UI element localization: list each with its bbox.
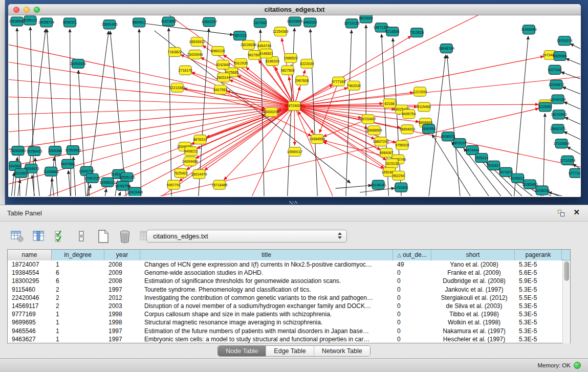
splitter-grip[interactable] xyxy=(289,201,297,204)
citation-edge-black[interactable] xyxy=(571,43,580,51)
float-panel-icon[interactable] xyxy=(558,210,565,217)
graph-node[interactable]: 18724007 xyxy=(287,101,302,111)
citation-edge-black[interactable] xyxy=(561,72,580,81)
citation-edge-black[interactable] xyxy=(137,23,233,35)
graph-node[interactable]: 15692371 xyxy=(550,124,566,134)
graph-node[interactable]: 15718485 xyxy=(211,180,227,189)
graph-node[interactable]: 16648784 xyxy=(439,44,454,53)
graph-node[interactable]: 9115460 xyxy=(417,102,431,112)
graph-node[interactable]: 16654923 xyxy=(399,125,415,134)
graph-node[interactable]: 7163822 xyxy=(168,48,182,57)
graph-node[interactable]: 9498222 xyxy=(184,147,198,156)
column-header-name[interactable]: name xyxy=(8,250,52,260)
graph-node[interactable]: 8466160 xyxy=(303,18,317,27)
graph-node[interactable]: 1640954 xyxy=(422,124,435,134)
graph-node[interactable]: 11036254 xyxy=(534,186,550,195)
graph-node[interactable]: 9984067 xyxy=(379,148,393,158)
graph-node[interactable]: 8056321 xyxy=(63,18,77,27)
graph-node[interactable]: 8222035 xyxy=(300,59,314,69)
graph-node[interactable]: 7462034 xyxy=(347,81,361,90)
graph-node[interactable]: 20691406 xyxy=(102,20,118,29)
window-minimize-button[interactable] xyxy=(24,7,30,13)
graph-node[interactable]: 1221593 xyxy=(413,87,427,96)
graph-node[interactable]: 15720407 xyxy=(360,115,376,124)
graph-node[interactable]: 15751074 xyxy=(557,36,573,46)
window-zoom-button[interactable] xyxy=(34,7,40,13)
graph-node[interactable]: 1588520 xyxy=(284,54,298,63)
table-row[interactable]: 1456911722003Disruption of a novel membe… xyxy=(8,302,570,310)
tab-network-table[interactable]: Network Table xyxy=(314,346,370,356)
window-titlebar[interactable]: citations_edges.txt xyxy=(8,4,581,15)
graph-node[interactable]: 82168 xyxy=(383,99,396,108)
graph-node[interactable]: 25260650 xyxy=(10,146,26,156)
citation-edge-black[interactable] xyxy=(139,29,141,196)
graph-node[interactable]: 8960128 xyxy=(211,47,225,56)
table-row[interactable]: 1830029562008Estimation of significance … xyxy=(8,277,570,285)
graph-node[interactable]: 8912935 xyxy=(234,59,248,68)
graph-node[interactable]: 10536542 xyxy=(9,17,25,26)
table-selector-dropdown[interactable]: citations_edges.txt xyxy=(146,230,347,243)
graph-node[interactable]: 10719155 xyxy=(344,19,360,28)
citation-edge-black[interactable] xyxy=(566,58,580,66)
graph-node[interactable]: 8471670 xyxy=(499,167,513,177)
graph-node[interactable]: 9827508 xyxy=(281,65,295,75)
graph-node[interactable]: 6879197 xyxy=(453,139,467,148)
graph-node[interactable]: 1733426 xyxy=(394,183,408,192)
graph-node[interactable]: 7857223 xyxy=(233,31,247,40)
graph-node[interactable]: 9227342 xyxy=(548,65,562,74)
table-row[interactable]: 946554611997Estimation of the future num… xyxy=(8,327,570,335)
citation-edge-black[interactable] xyxy=(562,87,580,96)
graph-node[interactable]: 8938923 xyxy=(441,132,455,141)
graph-node[interactable]: 2065366 xyxy=(48,146,62,156)
graph-node[interactable]: 12444154 xyxy=(550,95,566,104)
scrollbar-thumb[interactable] xyxy=(564,261,569,281)
graph-node[interactable]: 9864517 xyxy=(132,18,146,27)
citation-edge-black[interactable] xyxy=(447,55,461,196)
graph-node[interactable]: 19384554 xyxy=(309,135,325,144)
table-row[interactable]: 2242004622012Investigating the contribut… xyxy=(8,294,570,302)
network-canvas[interactable]: 1872400712254369282260589827505818632898… xyxy=(9,15,580,196)
graph-node[interactable]: 10285463 xyxy=(522,180,538,189)
graph-node[interactable]: 7515526 xyxy=(410,28,424,37)
graph-node[interactable]: 17353993 xyxy=(65,146,81,155)
graph-node[interactable]: 24055724 xyxy=(38,18,54,27)
graph-node[interactable]: 16914479 xyxy=(191,169,207,179)
graph-node[interactable]: 8427552 xyxy=(213,85,227,94)
citation-edge-black[interactable] xyxy=(543,114,545,196)
graph-node[interactable]: 11156883 xyxy=(43,167,59,176)
citation-edge-black[interactable] xyxy=(104,189,106,196)
column-header-in_degree[interactable]: in_degree xyxy=(52,250,104,260)
graph-node[interactable]: 6777108 xyxy=(569,168,580,178)
graph-node[interactable]: 9457791 xyxy=(167,180,181,189)
graph-node[interactable]: 2935114 xyxy=(475,153,489,162)
graph-node[interactable]: 3215953 xyxy=(538,102,552,112)
column-header-year[interactable]: year xyxy=(104,250,140,260)
graph-node[interactable]: 9756928 xyxy=(395,141,409,150)
graph-node[interactable]: 23420046 xyxy=(187,50,203,59)
graph-node[interactable]: 10688609 xyxy=(366,126,382,135)
graph-node[interactable]: 17957225 xyxy=(84,173,100,183)
graph-node[interactable]: 20053346 xyxy=(70,59,86,69)
table-row[interactable]: 946362711997Embryonic stem cells: a mode… xyxy=(8,335,570,343)
graph-node[interactable]: 12093872 xyxy=(549,80,564,89)
graph-node[interactable]: 16033809 xyxy=(287,17,303,26)
graph-node[interactable]: 9777169 xyxy=(332,77,345,86)
graph-node[interactable]: 9329966 xyxy=(553,52,567,61)
graph-node[interactable]: 18807243 xyxy=(373,137,389,146)
graph-node[interactable]: 9155123 xyxy=(23,16,37,25)
graph-node[interactable]: 16210643 xyxy=(551,110,567,119)
citation-edge-red[interactable] xyxy=(294,36,411,106)
graph-node[interactable]: 12505135 xyxy=(119,172,135,182)
graph-node[interactable]: 9495754 xyxy=(402,110,416,119)
citation-edge-black[interactable] xyxy=(11,172,14,196)
graph-node[interactable]: 10923446 xyxy=(127,187,143,196)
graph-node[interactable]: 11023654 xyxy=(161,17,177,26)
graph-node[interactable]: 9245012 xyxy=(511,173,525,183)
citation-edge-black[interactable] xyxy=(50,157,55,196)
citation-edge-red[interactable] xyxy=(9,106,294,115)
table-settings-icon[interactable] xyxy=(10,229,25,244)
graph-node[interactable]: 12254369 xyxy=(273,27,289,36)
graph-node[interactable]: 10958107 xyxy=(100,178,116,187)
close-panel-icon[interactable]: ✕ xyxy=(573,208,580,217)
citation-edge-black[interactable] xyxy=(52,178,54,196)
